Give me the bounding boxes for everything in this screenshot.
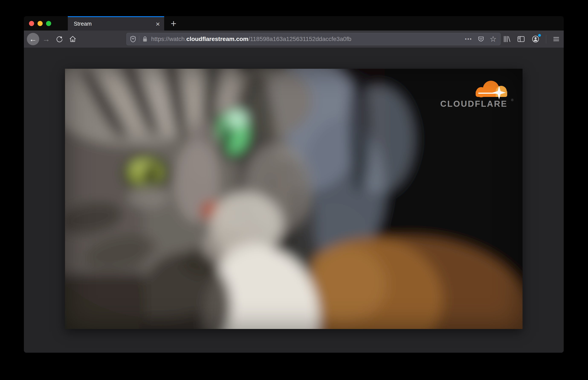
tab-title: Stream: [74, 20, 156, 27]
page-content: CLOUDFLARE ®: [24, 48, 564, 353]
cloudflare-wordmark: CLOUDFLARE: [440, 99, 508, 109]
video-player[interactable]: CLOUDFLARE ®: [65, 69, 522, 329]
urlbar-divider: [139, 36, 139, 42]
reload-icon: [56, 35, 63, 43]
tab-stream[interactable]: Stream ×: [68, 16, 164, 31]
home-button[interactable]: [66, 33, 79, 46]
window-controls: [29, 16, 51, 31]
forward-button[interactable]: →: [40, 33, 53, 46]
reload-button[interactable]: [53, 33, 66, 46]
minimize-window-button[interactable]: [37, 21, 43, 26]
toolbar-right: [503, 31, 560, 48]
page-actions-icon[interactable]: •••: [465, 36, 472, 42]
library-icon[interactable]: [503, 35, 511, 43]
tab-strip: Stream × +: [24, 16, 564, 31]
zoom-window-button[interactable]: [46, 21, 51, 26]
toolbar: ← →: [24, 31, 564, 48]
new-tab-button[interactable]: +: [167, 16, 180, 31]
url-path: /118598a163a125631152ddaccfe3a0fb: [248, 36, 351, 42]
forward-icon: →: [42, 35, 50, 43]
address-bar[interactable]: https://watch.cloudflarestream.com/11859…: [126, 33, 501, 45]
tracking-protection-shield-icon[interactable]: [130, 36, 136, 42]
back-button[interactable]: ←: [26, 33, 40, 46]
back-icon: ←: [27, 33, 39, 45]
pocket-icon[interactable]: [478, 36, 484, 42]
url-text: https://watch.cloudflarestream.com/11859…: [151, 36, 465, 42]
lock-icon[interactable]: [142, 36, 148, 42]
account-notification-dot: [538, 34, 541, 37]
account-button[interactable]: [532, 35, 540, 43]
video-frame-cat: CLOUDFLARE ®: [65, 69, 522, 329]
url-scheme: https://watch.: [151, 36, 186, 42]
home-icon: [69, 35, 77, 43]
close-window-button[interactable]: [29, 21, 34, 26]
url-domain: cloudflarestream.com: [186, 36, 248, 42]
nav-buttons: ← →: [26, 31, 79, 48]
browser-window: Stream × + ← →: [24, 16, 564, 353]
sidebar-icon[interactable]: [517, 35, 525, 43]
bookmark-star-icon[interactable]: ☆: [490, 35, 497, 43]
tab-close-icon[interactable]: ×: [156, 20, 160, 28]
cloudflare-trademark: ®: [511, 98, 514, 102]
menu-icon[interactable]: [553, 36, 560, 43]
